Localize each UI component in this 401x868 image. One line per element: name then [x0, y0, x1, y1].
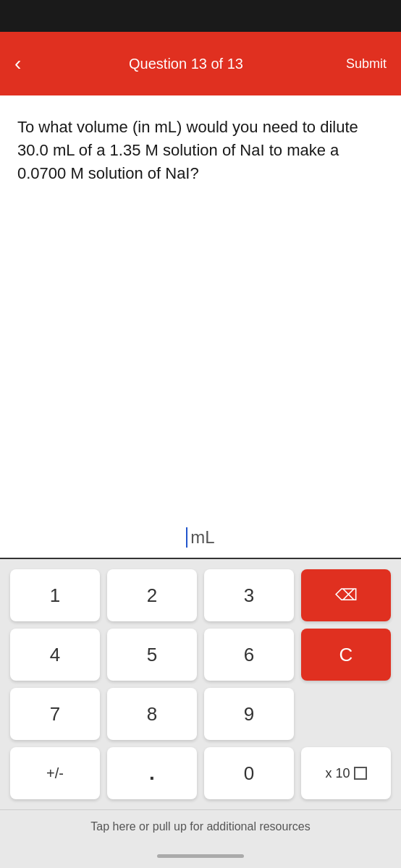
home-bar — [157, 854, 244, 858]
keypad: 1 2 3 ⌫ 4 5 6 C 7 8 9 +/- . 0 x 10 — [0, 559, 401, 809]
backspace-icon: ⌫ — [335, 586, 358, 605]
question-progress: Question 13 of 13 — [43, 56, 329, 72]
key-sign[interactable]: +/- — [10, 747, 100, 799]
key-8[interactable]: 8 — [107, 688, 197, 740]
home-indicator — [0, 843, 401, 868]
key-6[interactable]: 6 — [204, 629, 294, 681]
key-1[interactable]: 1 — [10, 569, 100, 621]
input-display[interactable]: mL — [0, 517, 401, 559]
submit-button[interactable]: Submit — [329, 56, 387, 72]
text-cursor — [186, 527, 187, 548]
key-3[interactable]: 3 — [204, 569, 294, 621]
key-4[interactable]: 4 — [10, 629, 100, 681]
key-9[interactable]: 9 — [204, 688, 294, 740]
question-text: To what volume (in mL) would you need to… — [17, 116, 384, 185]
empty-cell — [301, 688, 391, 740]
x10-label: x 10 — [325, 766, 350, 781]
key-x10[interactable]: x 10 — [301, 747, 391, 799]
key-0[interactable]: 0 — [204, 747, 294, 799]
input-unit: mL — [190, 527, 214, 548]
key-5[interactable]: 5 — [107, 629, 197, 681]
key-7[interactable]: 7 — [10, 688, 100, 740]
calculator-area: mL 1 2 3 ⌫ 4 5 6 C 7 8 9 +/- . 0 x 10 Ta… — [0, 517, 401, 868]
back-button[interactable]: ‹ — [14, 52, 43, 75]
key-2[interactable]: 2 — [107, 569, 197, 621]
question-area: To what volume (in mL) would you need to… — [0, 95, 401, 517]
key-clear[interactable]: C — [301, 629, 391, 681]
key-backspace[interactable]: ⌫ — [301, 569, 391, 621]
key-decimal[interactable]: . — [107, 747, 197, 799]
status-bar — [0, 0, 401, 32]
x10-box-icon — [354, 767, 367, 780]
header: ‹ Question 13 of 13 Submit — [0, 32, 401, 95]
footer-resources[interactable]: Tap here or pull up for additional resou… — [0, 809, 401, 843]
